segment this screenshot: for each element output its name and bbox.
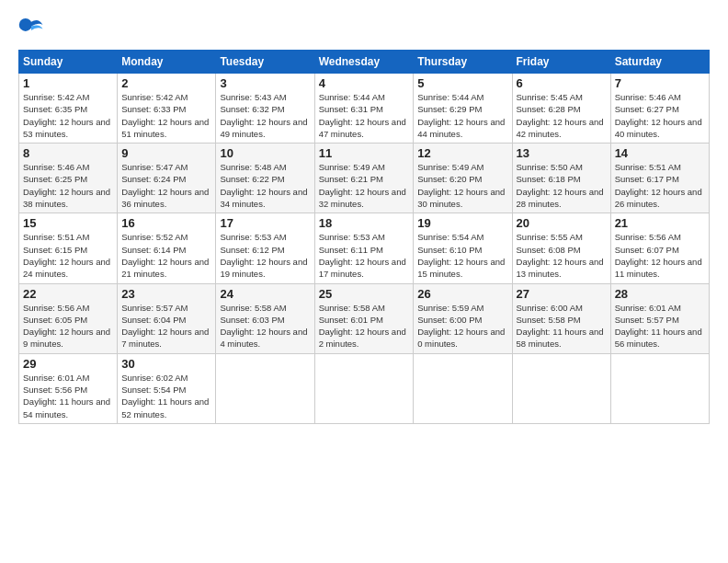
day-detail: Sunrise: 5:44 AMSunset: 6:31 PMDaylight:… [319,91,410,140]
weekday-header: Friday [512,51,610,74]
calendar-week-row: 29Sunrise: 6:01 AMSunset: 5:56 PMDayligh… [19,353,710,423]
day-detail: Sunrise: 5:42 AMSunset: 6:35 PMDaylight:… [23,91,113,140]
calendar-cell: 28Sunrise: 6:01 AMSunset: 5:57 PMDayligh… [610,283,709,353]
day-detail: Sunrise: 6:00 AMSunset: 5:58 PMDaylight:… [517,302,607,350]
day-detail: Sunrise: 5:46 AMSunset: 6:25 PMDaylight:… [23,161,113,210]
calendar-week-row: 1Sunrise: 5:42 AMSunset: 6:35 PMDaylight… [19,74,710,144]
weekday-header: Tuesday [216,51,314,74]
calendar-cell: 9Sunrise: 5:47 AMSunset: 6:24 PMDaylight… [118,144,216,213]
day-detail: Sunrise: 5:49 AMSunset: 6:20 PMDaylight:… [417,161,507,210]
day-number: 30 [121,357,211,371]
calendar-cell: 1Sunrise: 5:42 AMSunset: 6:35 PMDaylight… [19,74,118,144]
day-number: 9 [121,146,211,160]
calendar-cell [314,353,414,423]
day-number: 16 [121,216,211,230]
day-detail: Sunrise: 5:52 AMSunset: 6:14 PMDaylight:… [121,231,211,280]
svg-point-0 [19,18,32,31]
day-detail: Sunrise: 5:47 AMSunset: 6:24 PMDaylight:… [121,161,211,210]
logo [18,15,48,40]
day-detail: Sunrise: 5:50 AMSunset: 6:18 PMDaylight:… [517,161,607,210]
calendar-cell: 20Sunrise: 5:55 AMSunset: 6:08 PMDayligh… [512,213,610,283]
day-number: 8 [23,146,113,160]
calendar-table: SundayMondayTuesdayWednesdayThursdayFrid… [18,50,710,424]
day-number: 4 [319,76,410,90]
day-number: 12 [417,146,507,160]
day-detail: Sunrise: 5:55 AMSunset: 6:08 PMDaylight:… [517,231,607,280]
day-detail: Sunrise: 5:56 AMSunset: 6:05 PMDaylight:… [23,302,113,350]
day-detail: Sunrise: 5:45 AMSunset: 6:28 PMDaylight:… [517,91,607,140]
calendar-cell: 7Sunrise: 5:46 AMSunset: 6:27 PMDaylight… [610,74,709,144]
calendar-cell: 17Sunrise: 5:53 AMSunset: 6:12 PMDayligh… [216,213,314,283]
calendar-week-row: 8Sunrise: 5:46 AMSunset: 6:25 PMDaylight… [19,144,710,213]
calendar-week-row: 22Sunrise: 5:56 AMSunset: 6:05 PMDayligh… [19,283,710,353]
calendar-cell: 30Sunrise: 6:02 AMSunset: 5:54 PMDayligh… [118,353,216,423]
day-detail: Sunrise: 5:53 AMSunset: 6:11 PMDaylight:… [319,231,410,280]
day-number: 3 [220,76,310,90]
calendar-header-row: SundayMondayTuesdayWednesdayThursdayFrid… [19,51,710,74]
day-number: 11 [319,146,410,160]
calendar-cell: 27Sunrise: 6:00 AMSunset: 5:58 PMDayligh… [512,283,610,353]
day-number: 6 [517,76,607,90]
calendar-cell: 29Sunrise: 6:01 AMSunset: 5:56 PMDayligh… [19,353,118,423]
day-detail: Sunrise: 6:01 AMSunset: 5:57 PMDaylight:… [615,302,705,350]
day-detail: Sunrise: 5:49 AMSunset: 6:21 PMDaylight:… [319,161,410,210]
calendar-cell [216,353,314,423]
calendar-cell: 21Sunrise: 5:56 AMSunset: 6:07 PMDayligh… [610,213,709,283]
day-number: 23 [121,287,211,301]
calendar-cell: 4Sunrise: 5:44 AMSunset: 6:31 PMDaylight… [314,74,414,144]
header [18,15,710,40]
weekday-header: Monday [118,51,216,74]
day-detail: Sunrise: 5:51 AMSunset: 6:17 PMDaylight:… [615,161,705,210]
day-detail: Sunrise: 5:53 AMSunset: 6:12 PMDaylight:… [220,231,310,280]
day-detail: Sunrise: 5:58 AMSunset: 6:01 PMDaylight:… [319,302,410,350]
calendar-cell: 2Sunrise: 5:42 AMSunset: 6:33 PMDaylight… [118,74,216,144]
weekday-header: Sunday [19,51,118,74]
calendar-cell: 19Sunrise: 5:54 AMSunset: 6:10 PMDayligh… [414,213,512,283]
page-container: SundayMondayTuesdayWednesdayThursdayFrid… [0,0,728,433]
day-number: 19 [417,216,507,230]
day-number: 28 [615,287,705,301]
calendar-cell: 10Sunrise: 5:48 AMSunset: 6:22 PMDayligh… [216,144,314,213]
day-number: 20 [517,216,607,230]
calendar-cell: 8Sunrise: 5:46 AMSunset: 6:25 PMDaylight… [19,144,118,213]
calendar-cell: 12Sunrise: 5:49 AMSunset: 6:20 PMDayligh… [414,144,512,213]
calendar-cell: 23Sunrise: 5:57 AMSunset: 6:04 PMDayligh… [118,283,216,353]
day-number: 22 [23,287,113,301]
calendar-cell: 3Sunrise: 5:43 AMSunset: 6:32 PMDaylight… [216,74,314,144]
day-detail: Sunrise: 5:44 AMSunset: 6:29 PMDaylight:… [417,91,507,140]
calendar-cell: 6Sunrise: 5:45 AMSunset: 6:28 PMDaylight… [512,74,610,144]
calendar-cell: 15Sunrise: 5:51 AMSunset: 6:15 PMDayligh… [19,213,118,283]
calendar-cell: 24Sunrise: 5:58 AMSunset: 6:03 PMDayligh… [216,283,314,353]
day-number: 7 [615,76,705,90]
calendar-week-row: 15Sunrise: 5:51 AMSunset: 6:15 PMDayligh… [19,213,710,283]
weekday-header: Wednesday [314,51,414,74]
day-number: 17 [220,216,310,230]
calendar-cell: 16Sunrise: 5:52 AMSunset: 6:14 PMDayligh… [118,213,216,283]
day-number: 24 [220,287,310,301]
day-number: 29 [23,357,113,371]
calendar-cell: 22Sunrise: 5:56 AMSunset: 6:05 PMDayligh… [19,283,118,353]
day-detail: Sunrise: 5:58 AMSunset: 6:03 PMDaylight:… [220,302,310,350]
day-detail: Sunrise: 5:42 AMSunset: 6:33 PMDaylight:… [121,91,211,140]
day-number: 10 [220,146,310,160]
day-number: 5 [417,76,507,90]
day-detail: Sunrise: 5:46 AMSunset: 6:27 PMDaylight:… [615,91,705,140]
day-number: 13 [517,146,607,160]
calendar-cell: 14Sunrise: 5:51 AMSunset: 6:17 PMDayligh… [610,144,709,213]
weekday-header: Saturday [610,51,709,74]
day-detail: Sunrise: 5:51 AMSunset: 6:15 PMDaylight:… [23,231,113,280]
day-number: 1 [23,76,113,90]
day-number: 2 [121,76,211,90]
day-number: 27 [517,287,607,301]
calendar-cell: 25Sunrise: 5:58 AMSunset: 6:01 PMDayligh… [314,283,414,353]
day-number: 25 [319,287,410,301]
day-detail: Sunrise: 6:02 AMSunset: 5:54 PMDaylight:… [121,372,211,420]
day-detail: Sunrise: 5:59 AMSunset: 6:00 PMDaylight:… [417,302,507,350]
day-detail: Sunrise: 5:56 AMSunset: 6:07 PMDaylight:… [615,231,705,280]
day-number: 21 [615,216,705,230]
day-number: 26 [417,287,507,301]
day-detail: Sunrise: 5:43 AMSunset: 6:32 PMDaylight:… [220,91,310,140]
day-detail: Sunrise: 5:57 AMSunset: 6:04 PMDaylight:… [121,302,211,350]
calendar-cell: 11Sunrise: 5:49 AMSunset: 6:21 PMDayligh… [314,144,414,213]
calendar-cell [610,353,709,423]
